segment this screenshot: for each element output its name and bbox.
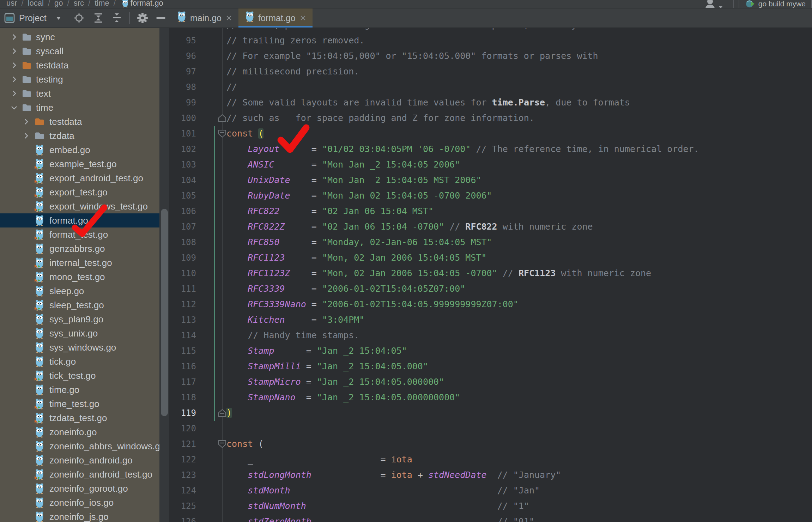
tree-item-sys_plan9-go[interactable]: sys_plan9.go [0, 312, 159, 326]
close-icon[interactable] [300, 15, 306, 21]
tree-item-tick-go[interactable]: tick.go [0, 354, 159, 369]
code-line-106[interactable]: 106 RFC822 = "02 Jan 06 15:04 MST" [169, 204, 812, 219]
tree-item-tzdata[interactable]: tzdata [0, 129, 159, 143]
code-line-115[interactable]: 115 Stamp = "Jan _2 15:04:05" [169, 343, 812, 359]
code-line-102[interactable]: 102 Layout = "01/02 03:04:05PM '06 -0700… [169, 141, 812, 157]
tree-item-mono_test-go[interactable]: mono_test.go [0, 270, 159, 284]
code-line-99[interactable]: 99// Some valid layouts are invalid time… [169, 95, 812, 110]
tree-item-tick_test-go[interactable]: tick_test.go [0, 369, 159, 383]
locate-icon[interactable] [73, 12, 85, 24]
code-line-101[interactable]: 101const ( [169, 126, 812, 141]
collapse-all-icon[interactable] [111, 13, 122, 23]
tab-format-go[interactable]: format.go [238, 8, 313, 28]
chevron-right-icon[interactable] [22, 132, 30, 140]
panel-title[interactable]: Project [19, 13, 47, 23]
user-menu[interactable] [705, 0, 723, 8]
tree-item-format_test-go[interactable]: format_test.go [0, 227, 159, 242]
tree-item-time_test-go[interactable]: time_test.go [0, 397, 159, 411]
tree-item-testdata[interactable]: testdata [0, 58, 159, 72]
breadcrumb-item[interactable]: go [54, 0, 63, 8]
tree-item-sys_windows-go[interactable]: sys_windows.go [0, 340, 159, 354]
chevron-down-icon[interactable] [10, 103, 18, 112]
tree-scrollbar[interactable] [161, 209, 168, 416]
tree-item-zoneinfo_goroot-go[interactable]: zoneinfo_goroot.go [0, 481, 159, 496]
code-line-117[interactable]: 117 StampMicro = "Jan _2 15:04:05.000000… [169, 374, 812, 390]
code-line-98[interactable]: 98// [169, 79, 812, 95]
chevron-right-icon[interactable] [10, 61, 18, 69]
code-line-97[interactable]: 97// millisecond precision. [169, 64, 812, 79]
tree-item-zoneinfo_android_test-go[interactable]: zoneinfo_android_test.go [0, 467, 159, 481]
tree-item-sleep-go[interactable]: sleep.go [0, 284, 159, 298]
chevron-right-icon[interactable] [10, 89, 18, 98]
tree-item-example_test-go[interactable]: example_test.go [0, 157, 159, 171]
tree-item-zoneinfo_js-go[interactable]: zoneinfo_js.go [0, 510, 159, 522]
code-line-121[interactable]: 121const ( [169, 436, 812, 452]
chevron-right-icon[interactable] [10, 33, 18, 41]
code-line-119[interactable]: 119) [169, 405, 812, 421]
code-line-123[interactable]: 123 stdLongMonth = iota + stdNeedDate //… [169, 467, 812, 483]
tree-item-syscall[interactable]: syscall [0, 44, 159, 58]
code-line-107[interactable]: 107 RFC822Z = "02 Jan 06 15:04 -0700" //… [169, 219, 812, 235]
code-line-122[interactable]: 122 _ = iota [169, 452, 812, 467]
code-line-114[interactable]: 114 // Handy time stamps. [169, 328, 812, 343]
code-line-111[interactable]: 111 RFC3339 = "2006-01-02T15:04:05Z07:00… [169, 281, 812, 297]
tree-item-export_windows_test-go[interactable]: export_windows_test.go [0, 199, 159, 213]
settings-gear-icon[interactable] [137, 12, 148, 24]
chevron-right-icon[interactable] [10, 75, 18, 84]
code-line-103[interactable]: 103 ANSIC = "Mon Jan _2 15:04:05 2006" [169, 157, 812, 172]
run-configuration-chip[interactable]: go build mywe [739, 0, 812, 8]
tree-item-tzdata_test-go[interactable]: tzdata_test.go [0, 411, 159, 425]
code-line-126[interactable]: 126 stdZeroMonth // "01" [169, 514, 812, 522]
code-line-105[interactable]: 105 RubyDate = "Mon Jan 02 15:04:05 -070… [169, 188, 812, 204]
tree-item-export_test-go[interactable]: export_test.go [0, 185, 159, 199]
breadcrumb-item[interactable]: usr [6, 0, 17, 8]
code-line-108[interactable]: 108 RFC850 = "Monday, 02-Jan-06 15:04:05… [169, 235, 812, 250]
tree-item-time[interactable]: time [0, 101, 159, 115]
code-line-104[interactable]: 104 UnixDate = "Mon Jan _2 15:04:05 MST … [169, 172, 812, 188]
tree-item-embed-go[interactable]: embed.go [0, 143, 159, 157]
breadcrumb-file[interactable]: format.go [131, 0, 163, 8]
tree-item-sync[interactable]: sync [0, 30, 159, 44]
tree-item-zoneinfo_abbrs_windows-go[interactable]: zoneinfo_abbrs_windows.go [0, 439, 159, 453]
code-line-100[interactable]: 100// such as _ for space padding and Z … [169, 110, 812, 126]
code-line-118[interactable]: 118 StampNano = "Jan _2 15:04:05.0000000… [169, 390, 812, 405]
breadcrumb-item[interactable]: local [28, 0, 44, 8]
tree-item-text[interactable]: text [0, 86, 159, 101]
tree-item-genzabbrs-go[interactable]: genzabbrs.go [0, 242, 159, 256]
code-line-124[interactable]: 124 stdMonth // "Jan" [169, 483, 812, 498]
tree-item-sys_unix-go[interactable]: sys_unix.go [0, 326, 159, 340]
code-line-96[interactable]: 96// For example "15:04:05,000" or "15:0… [169, 48, 812, 64]
tree-item-zoneinfo-go[interactable]: zoneinfo.go [0, 425, 159, 439]
tree-item-testdata[interactable]: testdata [0, 115, 159, 129]
code-line-95[interactable]: 95// trailing zeros removed. [169, 33, 812, 48]
tree-item-sleep_test-go[interactable]: sleep_test.go [0, 298, 159, 312]
close-icon[interactable] [226, 15, 232, 21]
tab-main-go[interactable]: main.go [170, 8, 238, 28]
code-line-125[interactable]: 125 stdNumMonth // "1" [169, 498, 812, 514]
tree-item-testing[interactable]: testing [0, 72, 159, 86]
fold-end-minus-icon[interactable] [218, 408, 227, 419]
tree-item-internal_test-go[interactable]: internal_test.go [0, 256, 159, 270]
tree-item-format-go[interactable]: format.go [0, 213, 159, 227]
tree-item-zoneinfo_ios-go[interactable]: zoneinfo_ios.go [0, 496, 159, 510]
code-line-94[interactable]: 94// second, printed to the given number… [169, 28, 812, 33]
fold-start-icon[interactable] [218, 129, 227, 140]
breadcrumb-item[interactable]: src [74, 0, 84, 8]
expand-all-icon[interactable] [93, 13, 104, 23]
code-line-109[interactable]: 109 RFC1123 = "Mon, 02 Jan 2006 15:04:05… [169, 250, 812, 266]
fold-end-plain-icon[interactable] [218, 114, 227, 124]
tool-window-icon[interactable] [4, 13, 15, 23]
code-line-110[interactable]: 110 RFC1123Z = "Mon, 02 Jan 2006 15:04:0… [169, 266, 812, 281]
code-line-116[interactable]: 116 StampMilli = "Jan _2 15:04:05.000" [169, 359, 812, 374]
chevron-right-icon[interactable] [22, 117, 30, 126]
code-line-120[interactable]: 120 [169, 421, 812, 436]
code-line-113[interactable]: 113 Kitchen = "3:04PM" [169, 312, 812, 328]
tree-item-time-go[interactable]: time.go [0, 383, 159, 397]
tree-item-zoneinfo_android-go[interactable]: zoneinfo_android.go [0, 453, 159, 467]
breadcrumb-item[interactable]: time [95, 0, 109, 8]
chevron-down-icon[interactable] [56, 16, 61, 20]
chevron-right-icon[interactable] [10, 47, 18, 55]
code-editor[interactable]: 94// second, printed to the given number… [169, 28, 812, 522]
hide-panel-icon[interactable] [156, 17, 166, 19]
fold-start-icon[interactable] [218, 439, 227, 450]
